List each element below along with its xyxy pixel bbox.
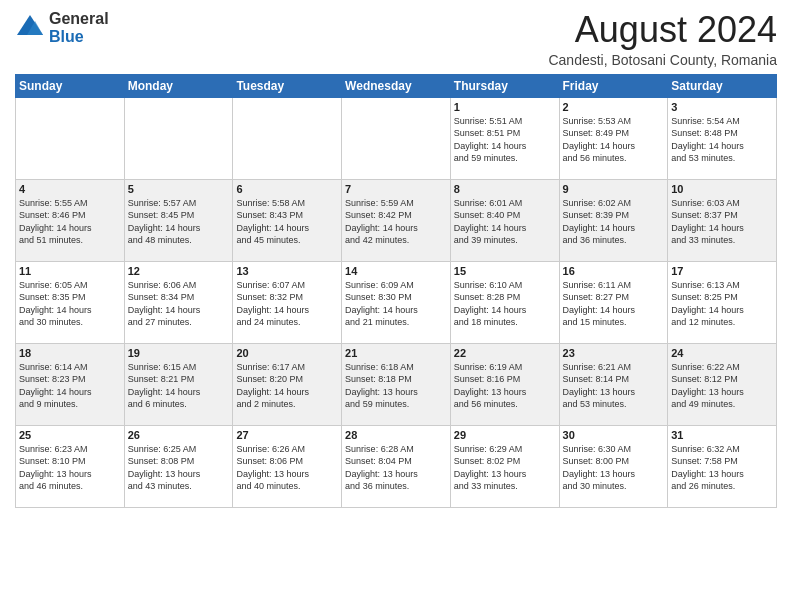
calendar-cell [124, 97, 233, 179]
day-info: Sunrise: 6:25 AMSunset: 8:08 PMDaylight:… [128, 443, 230, 493]
day-info: Sunrise: 6:02 AMSunset: 8:39 PMDaylight:… [563, 197, 665, 247]
weekday-header: Saturday [668, 74, 777, 97]
weekday-header: Thursday [450, 74, 559, 97]
day-number: 9 [563, 183, 665, 195]
weekday-header: Friday [559, 74, 668, 97]
day-info: Sunrise: 6:22 AMSunset: 8:12 PMDaylight:… [671, 361, 773, 411]
day-number: 11 [19, 265, 121, 277]
calendar-cell: 9Sunrise: 6:02 AMSunset: 8:39 PMDaylight… [559, 179, 668, 261]
page: General Blue August 2024 Candesti, Botos… [0, 0, 792, 612]
day-number: 3 [671, 101, 773, 113]
logo-text: General Blue [49, 10, 109, 45]
calendar-cell: 18Sunrise: 6:14 AMSunset: 8:23 PMDayligh… [16, 343, 125, 425]
day-number: 21 [345, 347, 447, 359]
calendar-week-row: 18Sunrise: 6:14 AMSunset: 8:23 PMDayligh… [16, 343, 777, 425]
calendar-cell: 1Sunrise: 5:51 AMSunset: 8:51 PMDaylight… [450, 97, 559, 179]
day-info: Sunrise: 6:23 AMSunset: 8:10 PMDaylight:… [19, 443, 121, 493]
day-info: Sunrise: 6:09 AMSunset: 8:30 PMDaylight:… [345, 279, 447, 329]
day-number: 1 [454, 101, 556, 113]
calendar-cell: 15Sunrise: 6:10 AMSunset: 8:28 PMDayligh… [450, 261, 559, 343]
day-number: 10 [671, 183, 773, 195]
calendar-header-row: SundayMondayTuesdayWednesdayThursdayFrid… [16, 74, 777, 97]
calendar-cell [342, 97, 451, 179]
day-number: 2 [563, 101, 665, 113]
calendar-week-row: 25Sunrise: 6:23 AMSunset: 8:10 PMDayligh… [16, 425, 777, 507]
calendar-week-row: 11Sunrise: 6:05 AMSunset: 8:35 PMDayligh… [16, 261, 777, 343]
day-number: 8 [454, 183, 556, 195]
day-info: Sunrise: 6:32 AMSunset: 7:58 PMDaylight:… [671, 443, 773, 493]
day-info: Sunrise: 6:01 AMSunset: 8:40 PMDaylight:… [454, 197, 556, 247]
calendar-cell: 8Sunrise: 6:01 AMSunset: 8:40 PMDaylight… [450, 179, 559, 261]
calendar-cell: 10Sunrise: 6:03 AMSunset: 8:37 PMDayligh… [668, 179, 777, 261]
calendar-cell: 26Sunrise: 6:25 AMSunset: 8:08 PMDayligh… [124, 425, 233, 507]
day-info: Sunrise: 6:07 AMSunset: 8:32 PMDaylight:… [236, 279, 338, 329]
calendar-cell: 5Sunrise: 5:57 AMSunset: 8:45 PMDaylight… [124, 179, 233, 261]
calendar-cell: 7Sunrise: 5:59 AMSunset: 8:42 PMDaylight… [342, 179, 451, 261]
day-info: Sunrise: 5:57 AMSunset: 8:45 PMDaylight:… [128, 197, 230, 247]
day-info: Sunrise: 5:58 AMSunset: 8:43 PMDaylight:… [236, 197, 338, 247]
calendar-cell: 3Sunrise: 5:54 AMSunset: 8:48 PMDaylight… [668, 97, 777, 179]
weekday-header: Tuesday [233, 74, 342, 97]
day-info: Sunrise: 6:15 AMSunset: 8:21 PMDaylight:… [128, 361, 230, 411]
day-info: Sunrise: 5:53 AMSunset: 8:49 PMDaylight:… [563, 115, 665, 165]
calendar-week-row: 4Sunrise: 5:55 AMSunset: 8:46 PMDaylight… [16, 179, 777, 261]
calendar-cell: 13Sunrise: 6:07 AMSunset: 8:32 PMDayligh… [233, 261, 342, 343]
day-info: Sunrise: 6:10 AMSunset: 8:28 PMDaylight:… [454, 279, 556, 329]
day-number: 23 [563, 347, 665, 359]
day-number: 25 [19, 429, 121, 441]
day-info: Sunrise: 5:55 AMSunset: 8:46 PMDaylight:… [19, 197, 121, 247]
day-number: 30 [563, 429, 665, 441]
calendar-cell: 12Sunrise: 6:06 AMSunset: 8:34 PMDayligh… [124, 261, 233, 343]
calendar-cell: 28Sunrise: 6:28 AMSunset: 8:04 PMDayligh… [342, 425, 451, 507]
day-info: Sunrise: 6:03 AMSunset: 8:37 PMDaylight:… [671, 197, 773, 247]
weekday-header: Sunday [16, 74, 125, 97]
day-number: 6 [236, 183, 338, 195]
calendar-cell: 17Sunrise: 6:13 AMSunset: 8:25 PMDayligh… [668, 261, 777, 343]
day-info: Sunrise: 6:05 AMSunset: 8:35 PMDaylight:… [19, 279, 121, 329]
day-number: 13 [236, 265, 338, 277]
day-info: Sunrise: 6:14 AMSunset: 8:23 PMDaylight:… [19, 361, 121, 411]
logo: General Blue [15, 10, 109, 45]
calendar-cell: 30Sunrise: 6:30 AMSunset: 8:00 PMDayligh… [559, 425, 668, 507]
day-info: Sunrise: 5:51 AMSunset: 8:51 PMDaylight:… [454, 115, 556, 165]
calendar-cell: 16Sunrise: 6:11 AMSunset: 8:27 PMDayligh… [559, 261, 668, 343]
calendar-cell: 31Sunrise: 6:32 AMSunset: 7:58 PMDayligh… [668, 425, 777, 507]
day-number: 16 [563, 265, 665, 277]
day-info: Sunrise: 6:30 AMSunset: 8:00 PMDaylight:… [563, 443, 665, 493]
day-info: Sunrise: 5:54 AMSunset: 8:48 PMDaylight:… [671, 115, 773, 165]
calendar-week-row: 1Sunrise: 5:51 AMSunset: 8:51 PMDaylight… [16, 97, 777, 179]
title-area: August 2024 Candesti, Botosani County, R… [548, 10, 777, 68]
calendar-cell: 19Sunrise: 6:15 AMSunset: 8:21 PMDayligh… [124, 343, 233, 425]
day-number: 18 [19, 347, 121, 359]
day-number: 24 [671, 347, 773, 359]
day-number: 26 [128, 429, 230, 441]
calendar-cell: 23Sunrise: 6:21 AMSunset: 8:14 PMDayligh… [559, 343, 668, 425]
calendar-cell: 25Sunrise: 6:23 AMSunset: 8:10 PMDayligh… [16, 425, 125, 507]
calendar-cell: 6Sunrise: 5:58 AMSunset: 8:43 PMDaylight… [233, 179, 342, 261]
day-info: Sunrise: 6:06 AMSunset: 8:34 PMDaylight:… [128, 279, 230, 329]
calendar-cell [233, 97, 342, 179]
calendar-cell: 11Sunrise: 6:05 AMSunset: 8:35 PMDayligh… [16, 261, 125, 343]
day-info: Sunrise: 6:26 AMSunset: 8:06 PMDaylight:… [236, 443, 338, 493]
day-info: Sunrise: 5:59 AMSunset: 8:42 PMDaylight:… [345, 197, 447, 247]
weekday-header: Monday [124, 74, 233, 97]
day-info: Sunrise: 6:28 AMSunset: 8:04 PMDaylight:… [345, 443, 447, 493]
location-subtitle: Candesti, Botosani County, Romania [548, 52, 777, 68]
day-number: 20 [236, 347, 338, 359]
header: General Blue August 2024 Candesti, Botos… [15, 10, 777, 68]
day-info: Sunrise: 6:21 AMSunset: 8:14 PMDaylight:… [563, 361, 665, 411]
day-number: 4 [19, 183, 121, 195]
calendar-table: SundayMondayTuesdayWednesdayThursdayFrid… [15, 74, 777, 508]
logo-blue: Blue [49, 28, 109, 46]
day-number: 29 [454, 429, 556, 441]
calendar-cell [16, 97, 125, 179]
day-info: Sunrise: 6:29 AMSunset: 8:02 PMDaylight:… [454, 443, 556, 493]
day-info: Sunrise: 6:18 AMSunset: 8:18 PMDaylight:… [345, 361, 447, 411]
day-number: 19 [128, 347, 230, 359]
day-number: 17 [671, 265, 773, 277]
day-number: 12 [128, 265, 230, 277]
calendar-cell: 24Sunrise: 6:22 AMSunset: 8:12 PMDayligh… [668, 343, 777, 425]
day-number: 5 [128, 183, 230, 195]
calendar-cell: 29Sunrise: 6:29 AMSunset: 8:02 PMDayligh… [450, 425, 559, 507]
calendar-cell: 27Sunrise: 6:26 AMSunset: 8:06 PMDayligh… [233, 425, 342, 507]
